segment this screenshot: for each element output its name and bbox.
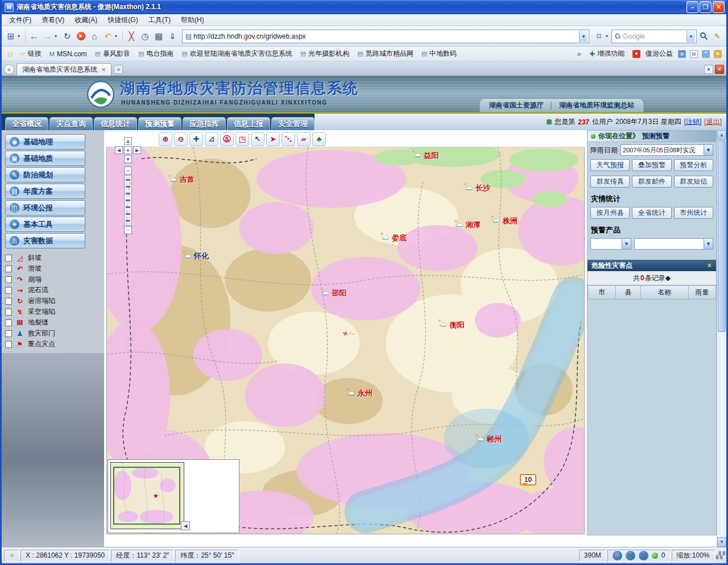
warning-product-select-2[interactable]: ▼ <box>634 238 713 250</box>
pan-down-button[interactable]: ▼ <box>124 155 132 163</box>
search-engine-dropdown[interactable]: ▾ <box>686 31 695 42</box>
scroll-down-arrow[interactable]: ▼ <box>717 537 726 547</box>
linksbar-item[interactable]: ▤欢迎登陆湖南省地质灾害信息系统 <box>177 49 296 59</box>
notepad-button[interactable]: ▦ <box>152 29 166 44</box>
layer-row[interactable]: ⚑重点灾点 <box>5 339 104 350</box>
layer-row[interactable]: Ⅲ地裂缝 <box>5 317 104 328</box>
message-icon[interactable]: ❞ <box>702 50 710 58</box>
page-scrollbar[interactable]: ▲ ▼ <box>717 130 726 547</box>
zoom-level[interactable]: 缩放:100% <box>672 550 715 562</box>
search-box[interactable]: G Google ▾ <box>611 30 697 43</box>
zoom-out-button[interactable]: ⊖ <box>174 132 188 146</box>
layer-checkbox[interactable] <box>5 309 12 315</box>
nav-tab-7[interactable]: 安全管理 <box>271 117 315 130</box>
add-point-button[interactable]: ⋱ <box>282 132 295 146</box>
new-tab-button[interactable]: ⊞ <box>4 29 18 44</box>
close-button[interactable]: ✕ <box>713 1 725 13</box>
tab-list-dropdown[interactable]: ▾ <box>704 65 713 74</box>
sidebar-button[interactable]: ✎防治规划 <box>5 167 85 182</box>
sidebar-button[interactable]: ◉基础地理 <box>5 134 85 149</box>
scrollbar-thumb[interactable] <box>718 140 726 332</box>
undo-button[interactable]: ↶ <box>101 29 115 44</box>
layer-checkbox[interactable] <box>5 319 12 326</box>
highlight-pen-button[interactable]: ✎ <box>710 29 724 44</box>
restore-button[interactable]: ❐ <box>700 1 712 13</box>
menu-item[interactable]: 工具(T) <box>143 14 176 26</box>
go-dropdown[interactable]: ▾ <box>606 34 611 39</box>
tab-close-icon[interactable]: ✕ <box>101 67 106 73</box>
exit-link[interactable]: [退出] <box>704 117 722 127</box>
zoom-box-button[interactable]: ◳ <box>235 132 249 146</box>
panel-button[interactable]: 预警分析 <box>674 159 713 171</box>
dept-link-2[interactable]: 湖南省地质环境监测总站 <box>559 101 634 110</box>
gift-icon[interactable]: ★ <box>714 50 722 58</box>
nav-tab-4[interactable]: 预测预警 <box>138 117 181 130</box>
back-button[interactable]: ← <box>27 29 41 44</box>
sidebar-button[interactable]: ✦基本工具 <box>5 217 85 232</box>
menu-item[interactable]: 收藏(A) <box>69 14 102 26</box>
sidebar-button[interactable]: ⚠灾害数据 <box>5 233 85 248</box>
new-tab-stub-button[interactable]: + <box>114 65 123 74</box>
linksbar-item[interactable]: ▤觅路城市精品网 <box>353 49 417 59</box>
nav-tab-1[interactable]: 全省概况 <box>5 117 48 130</box>
menu-item[interactable]: 帮助(H) <box>176 14 209 26</box>
layer-checkbox[interactable] <box>5 265 12 272</box>
download-button[interactable]: ⇓ <box>166 29 179 44</box>
stop-button[interactable]: ✕ <box>74 29 88 44</box>
status-star-icon[interactable]: ✳ <box>9 552 14 559</box>
nav-tab-5[interactable]: 应急指挥 <box>183 117 226 130</box>
history-dropdown[interactable]: ▾ <box>55 34 60 39</box>
linksbar-item[interactable]: ▱链接 <box>16 49 45 59</box>
eraser-button[interactable]: ▰ <box>297 132 311 146</box>
collapse-icon[interactable]: ✕ <box>707 262 712 269</box>
layer-row[interactable]: ↶滑坡 <box>5 263 104 274</box>
tools-button[interactable]: ╳ <box>125 29 138 44</box>
pan-left-button[interactable]: ◀ <box>115 146 123 154</box>
zoom-in-button[interactable]: ⊕ <box>159 132 172 146</box>
panel-button[interactable]: 按月州县 <box>590 207 630 219</box>
close-tab-button[interactable]: ✕ <box>715 65 724 74</box>
layer-checkbox[interactable] <box>5 330 12 337</box>
refresh-button[interactable]: ↻ <box>60 29 74 44</box>
danger-points-header[interactable]: 危险性灾害点 ✕ <box>588 260 716 271</box>
undo-dropdown[interactable]: ▾ <box>115 34 121 39</box>
search-go-button[interactable] <box>697 29 710 44</box>
mail-icon[interactable]: ✉ <box>626 551 635 560</box>
layer-row[interactable]: ↷崩塌 <box>5 274 104 285</box>
zoom-out-slider-button[interactable]: − <box>124 226 132 234</box>
go-button[interactable]: ⊡ <box>592 29 606 44</box>
menu-item[interactable]: 快捷组(G) <box>102 14 143 26</box>
layer-row[interactable]: ♟救灾部门 <box>5 328 104 339</box>
favorites-star-icon[interactable]: ★ <box>4 64 14 74</box>
measure-button[interactable]: ⊿ <box>205 132 218 146</box>
warning-product-select-1[interactable]: ▼ <box>590 238 631 250</box>
scrollbar-track[interactable] <box>717 333 726 537</box>
linksbar-item[interactable]: ▤光年摄影机构 <box>296 49 353 59</box>
zoom-in-slider-button[interactable]: + <box>124 167 132 175</box>
panel-button[interactable]: 叠加预警 <box>632 159 671 171</box>
scroll-up-arrow[interactable]: ▲ <box>717 130 726 140</box>
panel-button[interactable]: 市州统计 <box>674 207 713 219</box>
layer-checkbox[interactable] <box>5 341 12 348</box>
select-arrow-button[interactable]: ↖ <box>251 132 264 146</box>
dept-link-1[interactable]: 湖南省国土资源厅 <box>489 101 544 110</box>
links-overflow-chevron[interactable]: » <box>577 49 581 58</box>
linksbar-item[interactable]: MMSN.com <box>46 50 91 58</box>
panel-toggle-icon[interactable]: ▤ <box>639 551 648 560</box>
overview-map[interactable]: ★ <box>110 462 184 529</box>
panel-button[interactable]: 群发短信 <box>674 176 713 188</box>
pan-center-button[interactable]: ● <box>124 146 132 154</box>
linksbar-item[interactable]: ▤暴风影音 <box>91 49 134 59</box>
panel-button[interactable]: 群发邮件 <box>632 176 671 188</box>
identify-button[interactable]: ➤ <box>266 132 280 146</box>
menu-item[interactable]: 文件(F) <box>4 14 36 26</box>
panel-button[interactable]: 全省统计 <box>632 207 671 219</box>
pan-up-button[interactable]: ▲ <box>124 137 132 145</box>
card-icon[interactable]: ▤ <box>690 50 698 58</box>
panel-button[interactable]: 群发传真 <box>590 176 630 188</box>
history-clock-button[interactable]: ◷ <box>138 29 152 44</box>
layer-checkbox[interactable] <box>5 287 12 294</box>
rain-date-select[interactable]: 2007年05月05日08时实况 ▼ <box>621 144 713 156</box>
maxthon-charity-link[interactable]: 傲游公益 <box>644 49 674 59</box>
sidebar-button[interactable]: ◫环境公报 <box>5 200 85 215</box>
